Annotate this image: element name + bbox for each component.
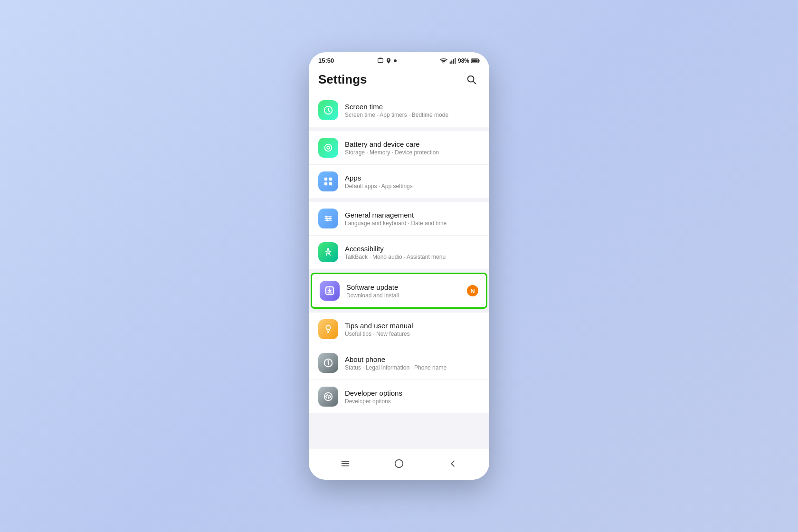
tips-subtitle: Useful tips · New features [345, 331, 480, 337]
bottom-navigation [309, 449, 489, 480]
tips-icon [318, 319, 338, 339]
software-update-group: Software update Download and install N [309, 273, 489, 309]
svg-point-32 [328, 361, 328, 361]
svg-rect-3 [450, 61, 451, 64]
screen-time-subtitle: Screen time · App timers · Bedtime mode [345, 112, 480, 118]
alarm-icon [377, 57, 384, 64]
settings-list: Screen time Screen time · App timers · B… [309, 94, 489, 449]
apps-subtitle: Default apps · App settings [345, 183, 480, 190]
battery-text-block: Battery and device care Storage · Memory… [345, 140, 480, 156]
svg-rect-9 [472, 59, 477, 62]
accessibility-subtitle: TalkBack · Mono audio · Assistant menu [345, 254, 480, 260]
svg-point-38 [395, 460, 403, 468]
svg-rect-8 [479, 59, 480, 61]
about-phone-icon [318, 353, 338, 373]
svg-point-14 [327, 147, 329, 149]
list-item[interactable]: Battery and device care Storage · Memory… [309, 131, 489, 165]
screen-time-text: Screen time Screen time · App timers · B… [345, 103, 480, 118]
status-right-icons: 98% [440, 57, 480, 64]
svg-rect-0 [378, 58, 383, 62]
new-badge: N [467, 285, 478, 296]
software-title: Software update [346, 283, 463, 291]
apps-icon [318, 171, 338, 191]
wifi-icon [440, 58, 447, 64]
battery-title: Battery and device care [345, 140, 480, 148]
status-left-icons [377, 57, 397, 64]
location-icon [385, 57, 392, 64]
list-spacer [309, 417, 489, 427]
status-bar: 15:50 [309, 52, 489, 67]
dot-icon [393, 59, 397, 63]
battery-subtitle: Storage · Memory · Device protection [345, 149, 480, 156]
list-item[interactable]: Apps Default apps · App settings [309, 165, 489, 198]
general-mgmt-icon [318, 209, 338, 228]
list-item[interactable]: About phone Status · Legal information ·… [309, 346, 489, 380]
svg-line-34 [328, 394, 329, 399]
about-text-block: About phone Status · Legal information ·… [345, 355, 480, 371]
battery-icon [471, 58, 480, 64]
list-item[interactable]: Tips and user manual Useful tips · New f… [309, 313, 489, 346]
svg-rect-5 [453, 59, 454, 64]
svg-point-23 [329, 218, 331, 220]
apps-text-block: Apps Default apps · App settings [345, 174, 480, 190]
battery-care-icon [318, 138, 338, 158]
list-item[interactable]: General management Language and keyboard… [309, 202, 489, 236]
list-item[interactable]: Screen time Screen time · App timers · B… [309, 94, 489, 127]
general-subtitle: Language and keyboard · Date and time [345, 220, 480, 227]
battery-group: Battery and device care Storage · Memory… [309, 131, 489, 198]
signal-icon [449, 57, 456, 64]
apps-title: Apps [345, 174, 480, 182]
svg-line-11 [473, 81, 475, 84]
general-text-block: General management Language and keyboard… [345, 211, 480, 227]
home-icon [394, 458, 404, 469]
recent-apps-button[interactable] [339, 457, 352, 470]
home-button[interactable] [392, 457, 406, 470]
screen-time-title: Screen time [345, 103, 480, 111]
developer-subtitle: Developer options [345, 398, 480, 405]
general-group: General management Language and keyboard… [309, 202, 489, 269]
svg-point-27 [326, 325, 330, 330]
software-update-icon [320, 281, 340, 301]
svg-point-22 [325, 216, 328, 218]
list-item[interactable]: Accessibility TalkBack · Mono audio · As… [309, 236, 489, 269]
about-subtitle: Status · Legal information · Phone name [345, 364, 480, 371]
developer-options-icon [318, 387, 338, 407]
list-item[interactable]: Developer options Developer options [309, 380, 489, 413]
tips-text-block: Tips and user manual Useful tips · New f… [345, 322, 480, 337]
svg-point-2 [443, 62, 444, 63]
status-time: 15:50 [318, 57, 334, 64]
svg-rect-16 [329, 178, 332, 180]
svg-rect-15 [324, 178, 327, 180]
svg-rect-18 [329, 182, 332, 185]
battery-text: 98% [458, 57, 469, 64]
accessibility-icon [318, 242, 338, 262]
recent-apps-icon [340, 458, 351, 469]
list-item[interactable]: Software update Download and install N [311, 273, 487, 309]
general-title: General management [345, 211, 480, 219]
screen-time-icon [318, 100, 338, 120]
accessibility-title: Accessibility [345, 245, 480, 253]
settings-header: Settings [309, 67, 489, 94]
phone-frame: 15:50 [309, 52, 489, 480]
search-button[interactable] [463, 71, 480, 88]
back-icon [447, 458, 458, 469]
screen-time-group: Screen time Screen time · App timers · B… [309, 94, 489, 127]
tips-title: Tips and user manual [345, 322, 480, 330]
tips-group: Tips and user manual Useful tips · New f… [309, 313, 489, 413]
svg-rect-4 [451, 60, 452, 64]
page-title: Settings [318, 72, 367, 87]
back-button[interactable] [446, 457, 459, 470]
svg-rect-17 [324, 182, 327, 185]
svg-point-24 [326, 219, 329, 221]
software-text-block: Software update Download and install [346, 283, 463, 299]
svg-rect-6 [455, 57, 456, 64]
about-title: About phone [345, 355, 480, 363]
svg-point-25 [327, 248, 330, 250]
software-subtitle: Download and install [346, 292, 463, 299]
developer-title: Developer options [345, 389, 480, 397]
search-icon [466, 74, 476, 85]
accessibility-text-block: Accessibility TalkBack · Mono audio · As… [345, 245, 480, 260]
svg-point-1 [394, 59, 397, 62]
developer-text-block: Developer options Developer options [345, 389, 480, 405]
